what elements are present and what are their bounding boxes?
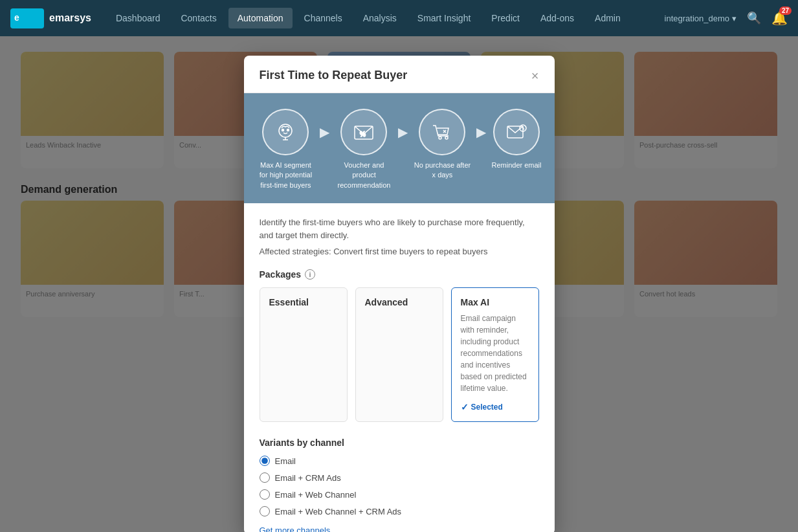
modal-overlay: First Time to Repeat Buyer × (0, 36, 798, 532)
svg-point-4 (282, 129, 284, 131)
radio-email-web-crm-label: Email + Web Channel + CRM Ads (275, 507, 402, 516)
brand-logo: e (10, 8, 44, 28)
nav-contacts[interactable]: Contacts (172, 8, 225, 28)
workflow-label-3: No purchase after x days (413, 161, 471, 181)
navbar-right: integration_demo ▾ 🔍 🔔 27 (665, 10, 788, 26)
modal-dialog: First Time to Repeat Buyer × (244, 56, 555, 532)
svg-point-5 (287, 129, 289, 131)
package-essential[interactable]: Essential (260, 287, 348, 422)
workflow-step-2: % Voucher and product recommendation (335, 109, 393, 190)
radio-email-label: Email (275, 456, 296, 466)
modal-header: First Time to Repeat Buyer × (244, 56, 555, 93)
packages-text: Packages (260, 269, 302, 280)
package-maxai[interactable]: Max AI Email campaign with reminder, inc… (451, 287, 539, 422)
username: integration_demo (665, 14, 729, 23)
get-more-channels-link[interactable]: Get more channels (260, 526, 331, 532)
radio-email-web-crm[interactable]: Email + Web Channel + CRM Ads (260, 506, 539, 516)
brain-icon (274, 120, 297, 144)
workflow-label-2: Voucher and product recommendation (335, 161, 393, 190)
radio-email[interactable]: Email (260, 456, 539, 466)
radio-group: Email Email + CRM Ads Email + Web Channe… (260, 456, 539, 516)
cart-x-icon (430, 120, 454, 144)
nav-dashboard[interactable]: Dashboard (107, 8, 170, 28)
workflow-diagram: Max AI segment for high potential first-… (244, 93, 555, 203)
modal-body: Identify the first-time buyers who are l… (244, 203, 555, 532)
svg-point-1 (279, 124, 292, 137)
workflow-arrow-3: ▶ (476, 124, 486, 140)
package-advanced[interactable]: Advanced (355, 287, 443, 422)
workflow-circle-4 (493, 109, 540, 155)
info-icon[interactable]: i (305, 269, 315, 280)
nav-menu: Dashboard Contacts Automation Channels A… (107, 8, 665, 28)
search-icon[interactable]: 🔍 (747, 11, 761, 25)
variants-label: Variants by channel (260, 438, 539, 448)
nav-predict[interactable]: Predict (482, 8, 529, 28)
svg-text:%: % (360, 131, 366, 138)
workflow-circle-3 (419, 109, 465, 155)
notification-badge: 27 (779, 6, 792, 15)
workflow-step-1: Max AI segment for high potential first-… (256, 109, 315, 190)
svg-point-10 (439, 137, 441, 139)
package-essential-name: Essential (269, 297, 338, 307)
nav-analysis[interactable]: Analysis (354, 8, 406, 28)
nav-automation[interactable]: Automation (228, 8, 293, 28)
strategy-value: Convert first time buyers to repeat buye… (333, 247, 487, 256)
strategy-prefix: Affected strategies: (260, 247, 334, 256)
packages-grid: Essential Advanced Max AI Email campaign… (260, 287, 539, 422)
nav-addons[interactable]: Add-ons (531, 8, 583, 28)
radio-email-crm[interactable]: Email + CRM Ads (260, 472, 539, 483)
brand-name: emarsys (49, 12, 91, 24)
radio-email-web-label: Email + Web Channel (275, 490, 357, 500)
workflow-arrow-1: ▶ (320, 124, 329, 140)
nav-admin[interactable]: Admin (586, 8, 630, 28)
email-reminder-icon (505, 120, 528, 144)
radio-email-web-input[interactable] (260, 489, 270, 500)
svg-point-11 (445, 137, 448, 139)
modal-description: Identify the first-time buyers who are l… (260, 216, 539, 241)
workflow-arrow-2: ▶ (398, 124, 408, 140)
chevron-down-icon: ▾ (732, 14, 737, 23)
package-selected-badge: ✓ Selected (461, 402, 529, 412)
notification-button[interactable]: 🔔 27 (771, 10, 788, 26)
workflow-circle-1 (262, 109, 309, 155)
radio-email-web-crm-input[interactable] (260, 506, 270, 516)
radio-email-input[interactable] (260, 456, 270, 466)
svg-text:e: e (14, 12, 19, 23)
package-advanced-name: Advanced (365, 297, 434, 307)
nav-smart-insight[interactable]: Smart Insight (408, 8, 480, 28)
workflow-step-4: Reminder email (491, 109, 541, 170)
package-maxai-desc: Email campaign with reminder, including … (461, 313, 529, 394)
modal-close-button[interactable]: × (531, 69, 539, 82)
email-percent-icon: % (352, 120, 375, 144)
checkmark-icon: ✓ (461, 402, 469, 412)
user-menu[interactable]: integration_demo ▾ (665, 14, 737, 23)
packages-section-label: Packages i (260, 269, 539, 280)
navbar: e emarsys Dashboard Contacts Automation … (0, 0, 798, 36)
selected-label: Selected (471, 403, 503, 412)
workflow-circle-2: % (340, 109, 387, 155)
brand[interactable]: e emarsys (10, 8, 91, 28)
workflow-step-3: No purchase after x days (413, 109, 471, 181)
modal-title: First Time to Repeat Buyer (260, 69, 408, 82)
radio-email-crm-input[interactable] (260, 472, 270, 483)
modal-strategy: Affected strategies: Convert first time … (260, 247, 539, 256)
workflow-label-4: Reminder email (491, 161, 541, 170)
radio-email-web[interactable]: Email + Web Channel (260, 489, 539, 500)
workflow-label-1: Max AI segment for high potential first-… (256, 161, 315, 190)
nav-channels[interactable]: Channels (295, 8, 351, 28)
radio-email-crm-label: Email + CRM Ads (275, 473, 341, 483)
package-maxai-name: Max AI (461, 297, 529, 307)
